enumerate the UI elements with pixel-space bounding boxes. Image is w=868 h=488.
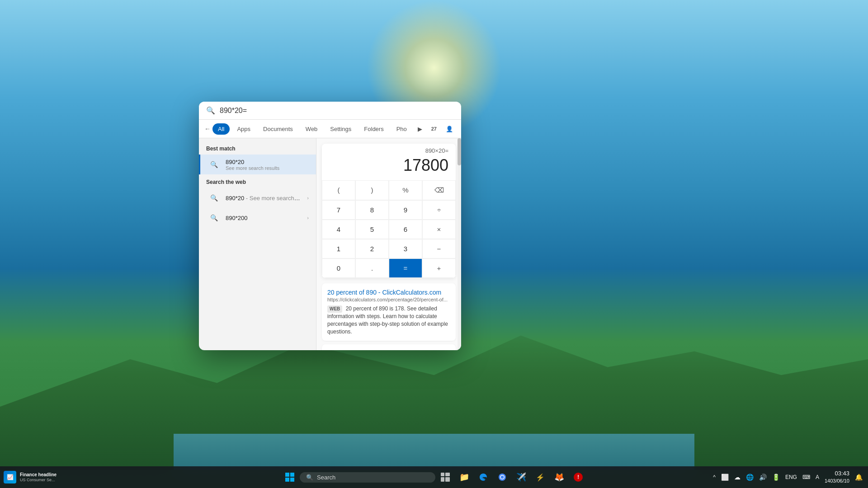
red-circle-icon: ! <box>574 473 583 482</box>
news-widget[interactable]: 📈 Finance headline US Consumer Se... <box>4 471 57 483</box>
tab-folders[interactable]: Folders <box>359 123 389 135</box>
chrome-button[interactable] <box>493 468 511 486</box>
calc-btn-_[interactable]: ⌫ <box>422 180 456 200</box>
chrome-icon <box>498 473 507 482</box>
svg-point-10 <box>501 476 504 479</box>
calc-btn-_[interactable]: . <box>355 258 389 278</box>
task-view-icon <box>441 473 450 482</box>
scrollbar[interactable] <box>458 138 461 350</box>
network-icon[interactable]: 🌐 <box>744 472 755 483</box>
calc-btn-3[interactable]: 3 <box>389 239 422 258</box>
taskbar-search[interactable]: 🔍 Search <box>300 472 435 483</box>
clock[interactable]: 03:43 1403/06/10 <box>825 470 849 484</box>
tab-apps[interactable]: Apps <box>231 123 256 135</box>
file-explorer-button[interactable]: 📁 <box>455 468 473 486</box>
ime-icon[interactable]: A <box>814 472 821 482</box>
search-input[interactable] <box>220 107 454 115</box>
calc-btn-_[interactable]: ( <box>322 180 355 200</box>
best-match-label: Best match <box>199 144 316 155</box>
calc-btn-7[interactable]: 7 <box>322 200 355 220</box>
search-results-right: 890×20= 17800 ()%⌫789÷456×123−0.=+ 20 pe… <box>316 138 461 350</box>
taskbar: 📈 Finance headline US Consumer Se... <box>0 466 868 488</box>
water-reflection <box>174 434 694 470</box>
best-match-item[interactable]: 🔍 890*20 See more search results <box>199 155 316 174</box>
calculator: 890×20= 17800 ()%⌫789÷456×123−0.=+ <box>322 144 456 278</box>
taskbar-search-icon: 🔍 <box>306 474 313 481</box>
calc-btn-2[interactable]: 2 <box>355 239 389 258</box>
search-results-left: Best match 🔍 890*20 See more search resu… <box>199 138 316 350</box>
web-result-title-0: 20 percent of 890 - ClickCalculators.com <box>327 289 450 296</box>
web-result-0[interactable]: 20 percent of 890 - ClickCalculators.com… <box>322 283 456 341</box>
tab-web[interactable]: Web <box>300 123 323 135</box>
virtual-desktop-icon[interactable]: ⬜ <box>719 472 731 483</box>
news-sub: US Consumer Se... <box>20 478 57 483</box>
news-title: Finance headline <box>20 472 57 478</box>
tab-documents[interactable]: Documents <box>258 123 298 135</box>
more-options-icon[interactable]: ••• <box>458 122 461 135</box>
security-app-button[interactable]: ! <box>569 468 587 486</box>
calc-btn-8[interactable]: 8 <box>355 200 389 220</box>
calc-btn-_[interactable]: × <box>422 220 456 239</box>
browser-app-button[interactable]: 🦊 <box>550 468 568 486</box>
scroll-thumb[interactable] <box>458 138 461 165</box>
tab-icons-area: 27 👤 ••• <box>428 122 461 135</box>
task-view-button[interactable] <box>436 468 454 486</box>
search-result-icon: 🔍 <box>208 158 220 171</box>
web-search-icon-1: 🔍 <box>208 211 220 224</box>
calc-btn-_[interactable]: = <box>389 258 422 278</box>
web-result-desc-0: WEB 20 percent of 890 is 178. See detail… <box>327 305 450 335</box>
tab-settings[interactable]: Settings <box>325 123 357 135</box>
calc-btn-_[interactable]: − <box>422 239 456 258</box>
web-suggestion-title-1: 890*200 <box>226 215 302 221</box>
volume-icon[interactable]: 🔊 <box>757 472 769 483</box>
start-button[interactable] <box>281 468 299 486</box>
calc-btn-4[interactable]: 4 <box>322 220 355 239</box>
calc-expression: 890×20= <box>322 144 456 154</box>
back-button[interactable]: ← <box>204 122 211 135</box>
person-icon[interactable]: 👤 <box>443 122 456 135</box>
svg-rect-3 <box>290 478 294 482</box>
calc-btn-6[interactable]: 6 <box>389 220 422 239</box>
more-apps-button[interactable]: ⚡ <box>531 468 549 486</box>
calc-btn-_[interactable]: ) <box>355 180 389 200</box>
web-result-title-1: What is 20% of 890? - CalculateMe.com <box>327 350 450 350</box>
language-icon[interactable]: ENG <box>783 472 799 482</box>
keyboard-icon[interactable]: ⌨ <box>801 472 812 482</box>
web-search-icon-0: 🔍 <box>208 192 220 204</box>
search-icon: 🔍 <box>206 106 215 115</box>
taskbar-search-text: Search <box>317 474 335 481</box>
svg-rect-1 <box>290 473 294 477</box>
chevron-up-icon[interactable]: ^ <box>711 472 717 482</box>
web-suggestion-0[interactable]: 🔍 890*20 - See more search results › <box>199 188 316 208</box>
telegram-button[interactable]: ✈️ <box>512 468 530 486</box>
calc-btn-1[interactable]: 1 <box>322 239 355 258</box>
tab-pho[interactable]: Pho <box>391 123 412 135</box>
calc-btn-9[interactable]: 9 <box>389 200 422 220</box>
calc-grid: ()%⌫789÷456×123−0.=+ <box>322 180 456 278</box>
cloud-icon[interactable]: ☁ <box>732 472 742 483</box>
best-match-subtitle: See more search results <box>226 165 309 171</box>
calc-result: 17800 <box>322 154 456 180</box>
best-match-text: 890*20 See more search results <box>226 159 309 171</box>
web-suggestion-1[interactable]: 🔍 890*200 › <box>199 208 316 228</box>
taskbar-right: ^ ⬜ ☁ 🌐 🔊 🔋 ENG ⌨ A 03:43 1403/06/10 🔔 <box>711 470 864 484</box>
web-result-1[interactable]: What is 20% of 890? - CalculateMe.com ht… <box>322 344 456 350</box>
calc-btn-_[interactable]: ÷ <box>422 200 456 220</box>
calc-btn-0[interactable]: 0 <box>322 258 355 278</box>
edge-button[interactable] <box>474 468 492 486</box>
tab-all[interactable]: All <box>212 123 230 135</box>
news-icon: 📈 <box>4 471 16 483</box>
tab-more[interactable]: ▶ <box>414 123 426 135</box>
battery-icon[interactable]: 🔋 <box>770 472 782 483</box>
badge-count[interactable]: 27 <box>428 122 440 135</box>
best-match-title: 890*20 <box>226 159 309 165</box>
svg-rect-6 <box>441 477 444 482</box>
calc-btn-_[interactable]: + <box>422 258 456 278</box>
web-suggestion-text-0: 890*20 - See more search results <box>226 195 302 202</box>
notification-icon[interactable]: 🔔 <box>853 472 864 483</box>
calc-btn-_[interactable]: % <box>389 180 422 200</box>
web-badge-0: WEB <box>327 305 342 313</box>
calc-btn-5[interactable]: 5 <box>355 220 389 239</box>
desktop: 🔍 ← All Apps Documents Web Settings Fold… <box>0 0 868 488</box>
svg-rect-4 <box>441 473 444 476</box>
